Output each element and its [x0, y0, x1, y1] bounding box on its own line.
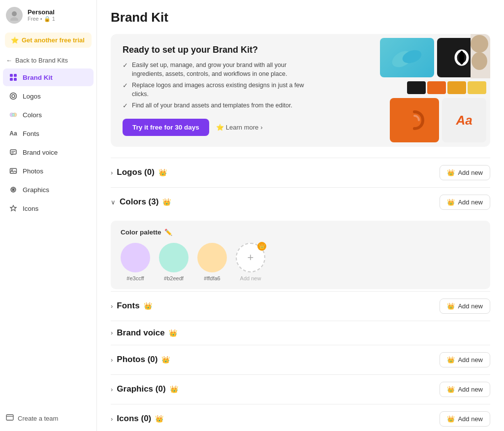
check-icon: ✓ — [123, 102, 128, 111]
chevron-right-icon[interactable]: › — [111, 169, 113, 176]
logos-section: › Logos (0) 👑 👑 Add new — [111, 158, 490, 187]
graphics-icon — [9, 185, 18, 194]
crown-icon: 👑 — [144, 302, 152, 310]
chevron-right-icon[interactable]: › — [111, 356, 113, 364]
sidebar-item-label: Brand voice — [23, 149, 58, 156]
chevron-right-icon[interactable]: › — [111, 415, 113, 423]
sidebar-item-label: Photos — [23, 167, 43, 175]
svg-point-7 — [12, 95, 15, 98]
colors-add-new-button[interactable]: 👑 Add new — [440, 195, 490, 210]
crown-icon: 👑 — [162, 198, 171, 206]
swatch-black — [407, 81, 426, 94]
crown-icon: 👑 — [170, 385, 178, 393]
back-to-brand-kits-button[interactable]: ← Back to Brand Kits — [0, 53, 96, 68]
sidebar-item-label: Logos — [23, 93, 41, 100]
brand-kit-icon — [9, 73, 18, 82]
sidebar-item-label: Brand Kit — [23, 74, 53, 81]
color-item-yellow[interactable]: #ffdfa6 — [197, 243, 227, 281]
user-profile[interactable]: Personal Free • 🔒 1 — [0, 0, 96, 31]
sidebar: Personal Free • 🔒 1 ⭐ Get another free t… — [0, 0, 97, 431]
icons-icon — [9, 204, 18, 213]
brand-voice-icon — [9, 148, 18, 157]
trial-button[interactable]: ⭐ Get another free trial — [5, 33, 92, 48]
sidebar-item-icons[interactable]: Icons — [3, 199, 94, 217]
try-free-button[interactable]: Try it free for 30 days — [123, 119, 209, 136]
chevron-right-icon: › — [260, 124, 262, 131]
sidebar-item-label: Colors — [23, 111, 42, 119]
logos-icon — [9, 92, 18, 100]
svg-marker-17 — [10, 205, 16, 211]
svg-point-15 — [11, 169, 13, 171]
create-team-button[interactable]: Create a team — [0, 409, 96, 431]
icons-section-title: Icons (0) — [117, 414, 151, 424]
chevron-right-icon[interactable]: › — [111, 302, 113, 310]
color-item-purple[interactable]: #e3ccff — [121, 243, 150, 281]
graphics-add-new-button[interactable]: 👑 Add new — [440, 382, 490, 397]
color-palette-box: Color palette ✏️ #e3ccff #b2eedf #ffdfa6 — [111, 221, 490, 289]
svg-point-1 — [10, 17, 18, 21]
svg-rect-5 — [14, 78, 17, 81]
svg-rect-11 — [10, 150, 16, 154]
svg-point-23 — [459, 51, 464, 65]
photos-section-title: Photos (0) — [117, 355, 158, 365]
sidebar-item-brand-kit[interactable]: Brand Kit — [3, 68, 94, 86]
crown-icon: 👑 — [169, 329, 177, 337]
chevron-down-icon[interactable]: ∨ — [111, 199, 116, 206]
crown-small-icon: 👑 — [447, 169, 455, 176]
crown-small-icon: 👑 — [447, 302, 455, 310]
color-circle[interactable] — [121, 243, 150, 272]
learn-more-button[interactable]: ⭐ Learn more › — [216, 124, 263, 131]
promo-feature-2: ✓ Replace logos and images across existi… — [123, 81, 311, 99]
sidebar-item-label: Graphics — [23, 186, 49, 194]
avatar — [6, 7, 23, 24]
crown-small-icon: 👑 — [447, 356, 455, 364]
palette-title: Color palette — [121, 229, 161, 236]
promo-images: Aa — [323, 34, 490, 147]
sidebar-item-label: Icons — [23, 205, 38, 212]
sidebar-item-fonts[interactable]: Aa Fonts — [3, 125, 94, 142]
sidebar-item-photos[interactable]: Photos — [3, 162, 94, 180]
svg-rect-4 — [10, 78, 13, 81]
logos-add-new-button[interactable]: 👑 Add new — [440, 165, 490, 180]
add-color-item[interactable]: + 👑 Add new — [236, 243, 265, 281]
add-color-button[interactable]: + 👑 — [236, 243, 265, 272]
promo-banner: Ready to set up your Brand Kit? ✓ Easily… — [111, 34, 490, 147]
fonts-section: › Fonts 👑 👑 Add new — [111, 291, 490, 321]
crown-badge: 👑 — [257, 242, 266, 251]
chevron-right-icon[interactable]: › — [111, 329, 113, 336]
crown-icon: 👑 — [158, 168, 167, 176]
promo-feature-1: ✓ Easily set up, manage, and grow your b… — [123, 61, 311, 78]
palette-colors: #e3ccff #b2eedf #ffdfa6 + 👑 Add new — [121, 243, 480, 281]
icons-section: › Icons (0) 👑 👑 Add new — [111, 404, 490, 431]
brand-voice-section: › Brand voice 👑 — [111, 321, 490, 345]
edit-icon[interactable]: ✏️ — [164, 229, 172, 236]
star-icon: ⭐ — [11, 36, 19, 44]
arrow-left-icon: ← — [6, 57, 12, 64]
sidebar-item-logos[interactable]: Logos — [3, 87, 94, 105]
svg-point-10 — [12, 113, 15, 116]
user-name: Personal — [28, 8, 55, 16]
fonts-add-new-button[interactable]: 👑 Add new — [440, 298, 490, 314]
svg-rect-2 — [10, 74, 13, 77]
color-circle[interactable] — [159, 243, 189, 272]
svg-rect-3 — [14, 74, 17, 77]
crown-icon: 👑 — [155, 415, 163, 423]
promo-aa-image: Aa — [442, 98, 486, 142]
icons-add-new-button[interactable]: 👑 Add new — [440, 411, 490, 427]
chevron-right-icon[interactable]: › — [111, 386, 113, 393]
photos-add-new-button[interactable]: 👑 Add new — [440, 352, 490, 367]
fonts-icon: Aa — [9, 129, 18, 138]
color-circle[interactable] — [197, 243, 227, 272]
color-item-mint[interactable]: #b2eedf — [159, 243, 189, 281]
svg-point-0 — [12, 11, 17, 16]
brand-voice-section-title: Brand voice — [117, 328, 164, 338]
sidebar-item-colors[interactable]: Colors — [3, 106, 94, 124]
sidebar-item-brand-voice[interactable]: Brand voice — [3, 143, 94, 161]
crown-small-icon: 👑 — [447, 386, 455, 393]
logos-section-title: Logos (0) — [117, 167, 155, 177]
user-meta: Free • 🔒 1 — [28, 16, 55, 22]
sidebar-item-graphics[interactable]: Graphics — [3, 181, 94, 199]
photos-icon — [9, 166, 18, 175]
graphics-section: › Graphics (0) 👑 👑 Add new — [111, 374, 490, 404]
colors-section: ∨ Colors (3) 👑 👑 Add new — [111, 187, 490, 217]
